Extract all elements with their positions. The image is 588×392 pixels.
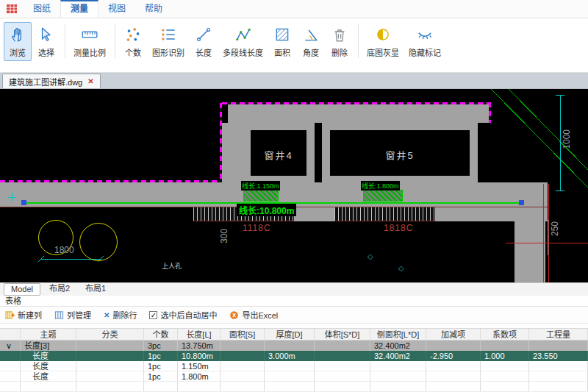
cell-side_area: 32.400m2 — [370, 351, 426, 361]
tool-delete[interactable]: 删除 — [326, 22, 354, 61]
row-expander-icon[interactable]: ∨ — [0, 341, 21, 351]
menu-bar: 图纸测量视图帮助 — [0, 0, 588, 18]
column-header-area[interactable]: 面积[S] — [220, 329, 265, 340]
cell-area — [220, 371, 265, 381]
expander-column-header — [0, 329, 21, 340]
cell-volume — [315, 371, 370, 381]
menu-tab-view[interactable]: 视图 — [98, 0, 135, 18]
row-expander — [0, 351, 21, 361]
app-icon[interactable] — [6, 3, 18, 15]
column-header-factor[interactable]: 系数项 — [481, 329, 529, 340]
tool-label: 测量比例 — [74, 46, 106, 58]
table-toolbar: 新建列 列管理 ✕ 删除行 ✓ 选中后自动居中 导出Excel — [0, 307, 588, 323]
column-header-count[interactable]: 个数 — [144, 329, 178, 340]
document-tab-bar: 建筑施工图讲解.dwg✕ — [0, 73, 588, 89]
auto-center-label: 选中后自动居中 — [160, 309, 217, 321]
cell-count: 1pc — [144, 371, 178, 381]
tool-shape-recognition[interactable]: 图形识别 — [148, 22, 189, 61]
tool-label: 个数 — [125, 46, 141, 58]
measure-handle-left[interactable] — [21, 200, 26, 205]
column-symbol-2 — [79, 223, 118, 261]
cursor-icon — [37, 26, 55, 43]
column-header-topic[interactable]: 主题 — [21, 329, 76, 340]
dim-1800: 1800 — [54, 245, 74, 255]
column-manage-button[interactable]: 列管理 — [54, 309, 91, 321]
layout-tab-model[interactable]: Model — [4, 283, 40, 296]
menu-tab-help[interactable]: 帮助 — [135, 0, 172, 18]
menu-tab-drawings[interactable]: 图纸 — [24, 0, 60, 18]
cell-count: 3pc — [144, 341, 178, 351]
new-column-button[interactable]: 新建列 — [5, 309, 42, 321]
delete-row-icon: ✕ — [104, 311, 110, 319]
tool-area[interactable]: 面积 — [268, 22, 296, 61]
cell-category — [76, 351, 144, 361]
toolbar-separator — [65, 24, 65, 58]
tool-count[interactable]: 个数 — [119, 22, 147, 61]
cell-volume — [315, 351, 370, 361]
column-header-quantity[interactable]: 工程量 — [529, 329, 588, 340]
export-excel-button[interactable]: 导出Excel — [229, 309, 278, 321]
table-row[interactable]: 长度1pc10.800m3.000m32.400m2-2.9501.00023.… — [0, 351, 588, 361]
tool-measure-scale[interactable]: 测量比例 — [69, 22, 110, 61]
count-dots-icon — [124, 26, 142, 43]
tool-label: 面积 — [274, 46, 290, 58]
tool-label: 选择 — [38, 46, 54, 58]
table-row[interactable] — [0, 382, 588, 392]
cad-canvas[interactable]: 窗井4 窗井5 线长:1.150m 线长:1.800m 线长:10.800m 1… — [0, 89, 588, 282]
auto-center-option[interactable]: ✓ 选中后自动居中 — [149, 309, 217, 321]
column-header-side_area[interactable]: 侧面积[L*D] — [370, 329, 426, 340]
cell-factor — [481, 341, 529, 351]
tool-length[interactable]: 长度 — [190, 22, 218, 61]
cell-category — [76, 382, 144, 391]
layout-tab-layout1[interactable]: 布局1 — [79, 283, 112, 296]
column-header-length[interactable]: 长度[L] — [178, 329, 220, 340]
cell-topic — [21, 382, 76, 391]
layout-tab-layout2[interactable]: 布局2 — [43, 283, 76, 296]
column-header-adjust[interactable]: 加减项 — [426, 329, 481, 340]
document-tab[interactable]: 建筑施工图讲解.dwg✕ — [2, 74, 101, 88]
insulation-dash-lower — [0, 180, 222, 182]
table-row[interactable]: 长度1pc1.150m — [0, 361, 588, 371]
export-excel-icon — [229, 310, 239, 320]
tool-dim-background[interactable]: 底图灰显 — [362, 22, 404, 61]
hand-icon — [9, 26, 26, 43]
column-header-category[interactable]: 分类 — [76, 329, 144, 340]
menu-items: 图纸测量视图帮助 — [24, 0, 172, 18]
tool-browse[interactable]: 浏览 — [4, 22, 32, 61]
measured-segment-2 — [363, 190, 403, 202]
tool-select[interactable]: 选择 — [32, 22, 60, 61]
cell-adjust: -2.950 — [426, 351, 481, 361]
well5-label: 窗井5 — [330, 148, 470, 162]
toolbar-separator — [115, 24, 115, 58]
polyline-icon — [234, 26, 252, 43]
segment1-length-label: 线长:1.150m — [241, 181, 280, 190]
delete-row-button[interactable]: ✕ 删除行 — [104, 309, 137, 321]
row-expander — [0, 382, 21, 391]
table-row[interactable]: ∨长度[3]3pc13.750m32.400m2 — [0, 341, 588, 351]
column-header-thickness[interactable]: 厚度[D] — [265, 329, 315, 340]
cell-side_area — [370, 361, 426, 371]
length-line-icon — [195, 26, 212, 43]
auto-center-checkbox[interactable]: ✓ — [149, 311, 157, 319]
application-window: 图纸测量视图帮助 浏览选择测量比例个数图形识别长度多段线长度面积角度删除底图灰显… — [0, 0, 588, 392]
menu-tab-measure[interactable]: 测量 — [60, 0, 98, 18]
insulation-dash-right — [489, 102, 491, 123]
tool-label: 图形识别 — [152, 46, 184, 58]
axis-mark-2: ◇ — [398, 264, 404, 272]
tool-label: 长度 — [196, 46, 212, 58]
close-tab-icon[interactable]: ✕ — [87, 77, 93, 85]
table-row[interactable]: 长度1pc1.800m — [0, 371, 588, 382]
cell-side_area: 32.400m2 — [370, 341, 426, 351]
cell-factor — [481, 382, 529, 391]
tool-hide-marks[interactable]: 隐藏标记 — [404, 22, 445, 61]
measure-handle-right[interactable] — [519, 200, 524, 205]
column-header-volume[interactable]: 体积[S*D] — [315, 329, 370, 340]
insulation-dash-left — [220, 103, 222, 182]
tool-polyline-length[interactable]: 多段线长度 — [218, 22, 268, 61]
cell-adjust — [426, 382, 481, 391]
tool-label: 浏览 — [10, 46, 26, 58]
shape-list-icon — [159, 26, 177, 43]
cell-quantity — [529, 371, 588, 381]
cell-category — [76, 371, 144, 381]
tool-angle[interactable]: 角度 — [297, 22, 325, 61]
